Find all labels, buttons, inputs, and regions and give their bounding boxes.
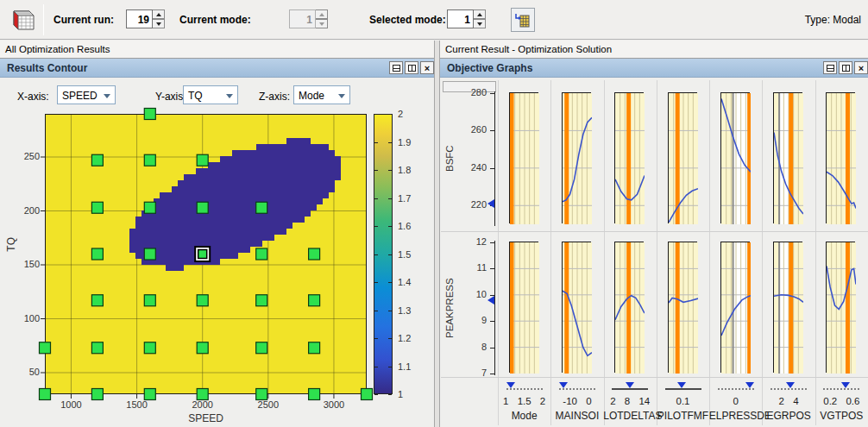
design-point-marker[interactable] xyxy=(309,248,320,260)
design-point-marker[interactable] xyxy=(40,342,51,354)
toolbar: Current run: 19 Current mode: 1 Selected… xyxy=(0,0,868,40)
design-point-marker[interactable] xyxy=(197,295,208,306)
x-tick-label: 2000 xyxy=(181,399,224,410)
design-point-marker[interactable] xyxy=(256,342,267,354)
objective-y-tick-label: 12 xyxy=(456,236,487,247)
column-separator xyxy=(709,80,710,425)
design-point-marker[interactable] xyxy=(91,342,103,354)
design-point-marker[interactable] xyxy=(91,295,103,306)
variable-slider-PILOTFMF[interactable] xyxy=(665,388,701,390)
selected-mode-spinner[interactable]: 1 xyxy=(447,9,486,28)
objective-graph-VGTPOS-PEAKPRESS xyxy=(826,242,855,373)
spin-up-icon[interactable] xyxy=(153,9,165,19)
spin-down-icon[interactable] xyxy=(153,19,165,28)
design-point-marker[interactable] xyxy=(144,202,155,213)
objective-y-tick-label: 7 xyxy=(456,367,487,378)
panel-splitter[interactable] xyxy=(434,41,440,427)
design-point-marker[interactable] xyxy=(144,109,155,120)
y-axis-combo[interactable]: TQ xyxy=(183,85,238,104)
spin-down-icon[interactable] xyxy=(474,19,486,28)
colorbar-tick xyxy=(374,338,378,339)
y-tick-label: 200 xyxy=(7,205,40,216)
design-point-marker[interactable] xyxy=(144,154,155,166)
y-axis-title: TQ xyxy=(5,237,17,252)
design-point-marker[interactable] xyxy=(256,202,267,213)
objective-graphs-window-buttons: × xyxy=(823,61,868,74)
column-tick-values: -10 0 xyxy=(551,396,603,406)
variable-slider-LOTDELTAS[interactable] xyxy=(612,388,648,390)
colorbar-tick xyxy=(374,142,378,143)
design-point-marker[interactable] xyxy=(91,389,103,400)
design-point-marker[interactable] xyxy=(144,248,155,260)
design-point-marker[interactable] xyxy=(197,202,208,213)
variable-slider-VGTPOS[interactable] xyxy=(823,388,859,390)
design-point-marker[interactable] xyxy=(144,389,155,400)
selected-mode-value[interactable]: 1 xyxy=(447,9,474,28)
design-point-marker[interactable] xyxy=(91,202,103,213)
slider-marker[interactable] xyxy=(626,382,634,388)
variable-slider-MAINSOI[interactable] xyxy=(559,388,595,390)
column-name-EGRPOS: EGRPOS xyxy=(762,410,815,422)
design-point-marker[interactable] xyxy=(91,248,103,260)
design-point-marker[interactable] xyxy=(256,295,267,306)
design-point-marker[interactable] xyxy=(144,342,155,354)
split-vertical-button[interactable] xyxy=(405,61,418,74)
colorbar-tick xyxy=(388,282,392,283)
design-point-marker[interactable] xyxy=(197,342,208,354)
colorbar-tick-label: 1.2 xyxy=(398,333,411,343)
variable-slider-EGRPOS[interactable] xyxy=(771,388,807,390)
design-point-marker[interactable] xyxy=(256,248,267,260)
design-point-marker[interactable] xyxy=(309,342,320,354)
close-button[interactable]: × xyxy=(420,61,434,74)
objective-graph-Mode-PEAKPRESS xyxy=(509,242,538,373)
export-to-table-button[interactable] xyxy=(511,8,535,32)
design-point-marker[interactable] xyxy=(256,389,267,400)
current-result-header: Current Result - Optimization Solution xyxy=(440,41,868,59)
z-axis-combo[interactable]: Mode xyxy=(293,85,350,104)
close-icon: × xyxy=(859,63,864,73)
split-horizontal-button[interactable] xyxy=(389,61,403,74)
optimization-results-cube-icon[interactable] xyxy=(5,4,36,35)
objective-graph-PILOTFMF-PEAKPRESS xyxy=(668,242,697,373)
x-axis-combo[interactable]: SPEED xyxy=(57,85,116,104)
current-mode-spinner: 1 xyxy=(289,9,328,28)
slider-marker[interactable] xyxy=(559,382,568,388)
colorbar-tick xyxy=(388,170,392,171)
design-point-marker[interactable] xyxy=(197,154,208,166)
close-button[interactable]: × xyxy=(854,61,868,74)
design-point-marker[interactable] xyxy=(309,389,320,400)
slider-marker[interactable] xyxy=(841,382,850,388)
split-horizontal-button[interactable] xyxy=(823,61,837,74)
colorbar-tick xyxy=(388,142,392,143)
y-tick-label: 250 xyxy=(7,151,40,161)
objective-graph-VGTPOS-BSFC xyxy=(826,92,855,223)
design-point-marker-selected-center[interactable] xyxy=(198,250,207,259)
current-run-value[interactable]: 19 xyxy=(126,9,153,28)
design-point-marker[interactable] xyxy=(144,295,155,306)
design-point-marker[interactable] xyxy=(309,295,320,306)
slider-marker[interactable] xyxy=(745,382,754,388)
variable-slider-ELPRESSDE[interactable] xyxy=(718,388,754,390)
slider-marker[interactable] xyxy=(506,382,515,388)
all-optimization-results-header: All Optimization Results xyxy=(0,41,434,59)
current-run-spinner[interactable]: 19 xyxy=(126,9,165,28)
design-point-marker[interactable] xyxy=(197,389,208,400)
objective-graph-ELPRESSDE-BSFC xyxy=(720,92,750,223)
colorbar-tick xyxy=(388,226,392,227)
design-point-marker[interactable] xyxy=(91,154,103,166)
column-separator xyxy=(762,80,763,425)
export-to-table-icon xyxy=(514,11,531,28)
design-point-marker[interactable] xyxy=(362,389,373,400)
objective-y-tick xyxy=(490,168,494,169)
column-name-VGTPOS: VGTPOS xyxy=(815,410,868,422)
column-name-PILOTFMF: PILOTFMF xyxy=(657,410,710,422)
design-point-marker[interactable] xyxy=(40,389,51,400)
cage-optimization-output-window: Current run: 19 Current mode: 1 Selected… xyxy=(0,0,868,427)
objective-y-axis xyxy=(494,241,495,375)
split-vertical-icon xyxy=(842,65,850,72)
variable-slider-Mode[interactable] xyxy=(506,388,543,390)
slider-marker[interactable] xyxy=(677,382,686,388)
slider-marker[interactable] xyxy=(786,382,795,388)
spin-up-icon[interactable] xyxy=(474,9,486,19)
split-vertical-button[interactable] xyxy=(839,61,852,74)
